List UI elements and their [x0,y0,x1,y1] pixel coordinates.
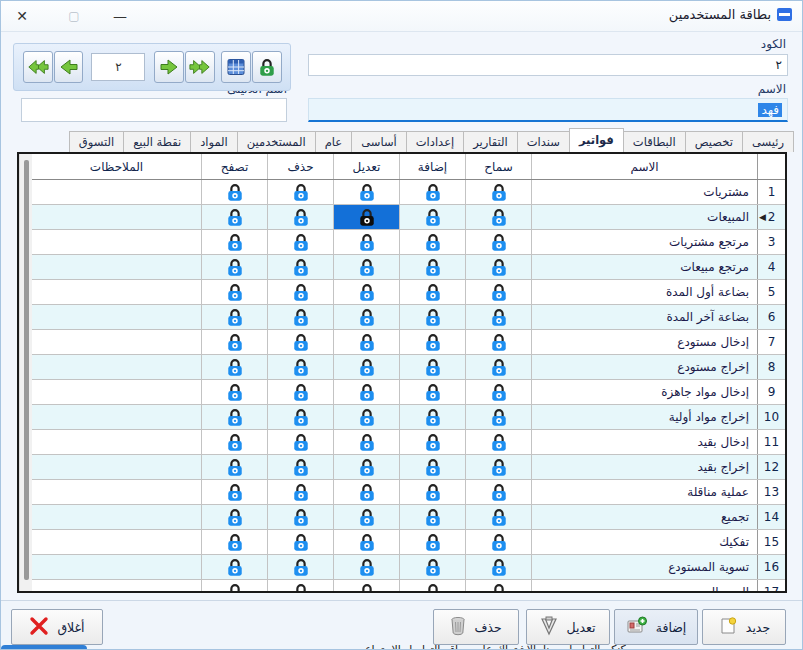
permission-lock-cell[interactable] [201,380,267,404]
permission-lock-cell[interactable] [201,430,267,454]
permission-lock-cell[interactable] [465,480,531,504]
permission-lock-cell[interactable] [267,355,333,379]
permission-lock-cell[interactable] [399,480,465,504]
permission-lock-cell[interactable] [399,580,465,593]
table-row[interactable]: 1مشتريات [32,180,785,205]
tab-3[interactable]: فواتير [569,128,624,152]
permission-lock-cell[interactable] [465,430,531,454]
window-maximize-button[interactable]: ▢ [61,6,87,26]
tab-9[interactable]: المستخدمين [237,131,316,152]
row-notes-cell[interactable] [32,255,201,279]
row-notes-cell[interactable] [32,305,201,329]
tab-2[interactable]: البطاقات [623,131,686,152]
permission-lock-cell[interactable] [399,555,465,579]
permission-lock-cell[interactable] [333,530,399,554]
table-row[interactable]: 15تفكيك [32,530,785,555]
permission-lock-cell[interactable] [333,280,399,304]
permission-lock-cell[interactable] [465,580,531,593]
permission-lock-cell[interactable] [201,405,267,429]
window-minimize-button[interactable]: — [107,6,133,26]
row-notes-cell[interactable] [32,555,201,579]
permission-lock-cell[interactable] [333,380,399,404]
permission-lock-cell[interactable] [399,180,465,204]
record-counter-input[interactable] [91,53,145,81]
table-row[interactable]: 17الجرد اليومي [32,580,785,593]
edit-button[interactable]: تعديل [526,609,610,645]
code-field[interactable]: ٢ [308,54,788,76]
permission-lock-cell[interactable] [333,455,399,479]
table-row[interactable]: 14تجميع [32,505,785,530]
permission-lock-cell[interactable] [465,380,531,404]
permission-lock-cell[interactable] [201,555,267,579]
row-notes-cell[interactable] [32,280,201,304]
permission-lock-cell[interactable] [465,305,531,329]
permission-lock-cell[interactable] [201,330,267,354]
permission-lock-cell[interactable] [201,230,267,254]
permission-lock-cell[interactable] [399,230,465,254]
tab-5[interactable]: التقارير [463,131,518,152]
row-notes-cell[interactable] [32,455,201,479]
permission-lock-cell[interactable] [267,205,333,229]
permission-lock-cell[interactable] [267,255,333,279]
table-row[interactable]: 8إخراج مستودع [32,355,785,380]
grid-view-button[interactable] [221,51,251,83]
permission-lock-cell[interactable] [201,530,267,554]
permission-lock-cell[interactable] [399,255,465,279]
row-notes-cell[interactable] [32,480,201,504]
permission-lock-cell[interactable] [201,455,267,479]
permission-lock-cell[interactable] [201,505,267,529]
permission-lock-cell[interactable] [399,505,465,529]
permission-lock-cell[interactable] [399,380,465,404]
row-notes-cell[interactable] [32,330,201,354]
table-vertical-scrollbar[interactable] [19,154,33,591]
permission-lock-cell[interactable] [465,180,531,204]
permission-lock-cell[interactable] [465,280,531,304]
permission-lock-cell[interactable] [333,305,399,329]
permission-lock-cell[interactable] [399,405,465,429]
table-row[interactable]: 12إخراج بقيد [32,455,785,480]
tab-6[interactable]: إعدادات [406,131,464,152]
table-row[interactable]: 4مرتجع مبيعات [32,255,785,280]
table-row[interactable]: 9إدخال مواد جاهزة [32,380,785,405]
permission-lock-cell[interactable] [333,330,399,354]
permission-lock-cell[interactable] [333,555,399,579]
permission-lock-cell[interactable] [201,205,267,229]
last-record-button[interactable] [185,51,215,83]
permission-lock-cell[interactable] [399,430,465,454]
permission-lock-cell[interactable] [201,480,267,504]
table-row[interactable]: 11إدخال بقيد [32,430,785,455]
permission-lock-cell[interactable] [399,455,465,479]
table-row[interactable]: 10إخراج مواد أولية [32,405,785,430]
tab-10[interactable]: المواد [190,131,238,152]
permission-lock-cell[interactable] [267,555,333,579]
permissions-lock-button[interactable] [252,51,282,83]
row-notes-cell[interactable] [32,205,201,229]
table-row[interactable]: 6بضاعة آخر المدة [32,305,785,330]
table-row[interactable]: 5بضاعة أول المدة [32,280,785,305]
permission-lock-cell[interactable] [267,580,333,593]
close-button[interactable]: أغلاق [11,609,103,645]
tab-7[interactable]: أساسى [351,131,407,152]
permission-lock-cell[interactable] [267,230,333,254]
permission-lock-cell[interactable] [465,230,531,254]
row-notes-cell[interactable] [32,430,201,454]
permission-lock-cell[interactable] [333,355,399,379]
tab-4[interactable]: سندات [517,131,570,152]
permission-lock-cell[interactable] [333,480,399,504]
row-notes-cell[interactable] [32,405,201,429]
table-row[interactable]: 16تسوية المستودع [32,555,785,580]
permission-lock-cell[interactable] [399,205,465,229]
permission-lock-cell[interactable] [465,505,531,529]
tab-11[interactable]: نقطة البيع [123,131,191,152]
permission-lock-cell[interactable] [399,280,465,304]
permission-lock-cell[interactable] [267,505,333,529]
permission-lock-cell[interactable] [465,255,531,279]
permission-lock-cell[interactable] [399,330,465,354]
row-notes-cell[interactable] [32,355,201,379]
permission-lock-cell[interactable] [267,280,333,304]
table-row[interactable]: 3مرتجع مشتريات [32,230,785,255]
tab-12[interactable]: التسوق [69,131,124,152]
permission-lock-cell[interactable] [267,430,333,454]
table-row[interactable]: ◀2المبيعات [32,205,785,230]
latin-name-field[interactable] [21,98,287,122]
